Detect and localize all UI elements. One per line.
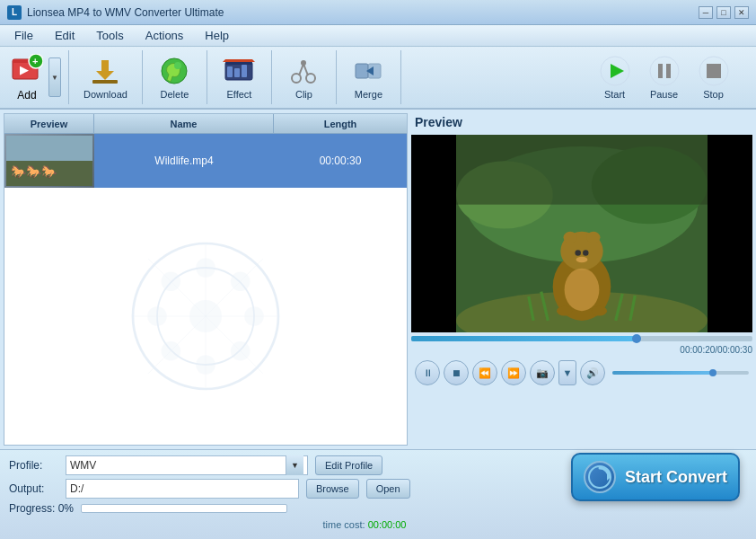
close-button[interactable]: ✕ [734, 6, 749, 19]
col-header-preview: Preview [4, 114, 94, 133]
toolbar: ▶ + Add ▼ Download [0, 47, 756, 110]
stop-button[interactable]: Stop [689, 51, 738, 103]
stop-icon [698, 55, 730, 87]
start-playback-button[interactable]: Start [590, 51, 639, 103]
start-convert-button[interactable]: Start Convert [571, 453, 740, 501]
svg-rect-30 [707, 64, 721, 78]
time-cost-label: time cost: [323, 519, 365, 530]
svg-rect-27 [658, 64, 663, 78]
add-button[interactable]: ▶ + Add [7, 50, 47, 105]
vc-rewind-button[interactable]: ⏪ [472, 360, 497, 385]
merge-button[interactable]: Merge [344, 51, 393, 103]
svg-text:+: + [32, 56, 38, 66]
vc-camera-button[interactable]: 📷 [530, 360, 555, 385]
svg-point-9 [174, 62, 181, 69]
window-title: Lionsea MP4 to WMV Converter Ultimate [27, 6, 699, 19]
svg-point-61 [583, 250, 588, 255]
menu-file[interactable]: File [4, 27, 44, 44]
progress-row: Progress: 0% [9, 502, 747, 515]
effect-button[interactable]: Effect [215, 51, 264, 103]
svg-text:▶: ▶ [20, 64, 29, 76]
toolbar-effect-group: Effect [215, 50, 272, 104]
svg-marker-7 [96, 71, 114, 80]
svg-rect-5 [92, 80, 118, 84]
profile-value: WMV [70, 459, 96, 472]
svg-line-19 [303, 64, 308, 75]
toolbar-add-group: ▶ + Add ▼ [7, 50, 69, 104]
time-cost-value: 00:00:00 [368, 519, 407, 530]
delete-button[interactable]: Delete [150, 51, 199, 103]
menu-actions[interactable]: Actions [135, 27, 195, 44]
add-label: Add [17, 89, 36, 102]
svg-marker-15 [223, 59, 255, 62]
download-button[interactable]: Download [76, 51, 135, 103]
volume-thumb [709, 369, 716, 376]
minimize-button[interactable]: ─ [699, 6, 713, 19]
file-list-header: Preview Name Length [4, 114, 407, 134]
svg-line-18 [299, 64, 303, 75]
vc-forward-button[interactable]: ⏩ [501, 360, 526, 385]
video-black-right [708, 135, 752, 332]
maximize-button[interactable]: □ [716, 6, 731, 19]
toolbar-download-group: Download [76, 50, 143, 104]
open-button[interactable]: Open [366, 479, 410, 499]
menu-tools[interactable]: Tools [85, 27, 134, 44]
progress-bar [81, 504, 287, 513]
start-label: Start [604, 89, 625, 100]
play-icon [599, 55, 631, 87]
watermark [4, 188, 407, 445]
table-row[interactable]: 🐎🐎🐎 Wildlife.mp4 00:00:30 [4, 134, 407, 188]
toolbar-delete-group: Delete [150, 50, 207, 104]
svg-rect-6 [101, 60, 109, 73]
file-name: Wildlife.mp4 [94, 155, 274, 167]
svg-point-20 [301, 60, 306, 66]
svg-point-59 [586, 232, 600, 243]
menu-edit[interactable]: Edit [44, 27, 85, 44]
profile-select[interactable]: WMV ▼ [66, 455, 308, 475]
vc-volume-button[interactable]: 🔊 [580, 360, 605, 385]
file-list-panel: Preview Name Length 🐎🐎🐎 Wildlife.mp4 00:… [4, 113, 408, 446]
svg-rect-54 [456, 135, 708, 205]
vc-stop-button[interactable]: ⏹ [444, 360, 469, 385]
svg-point-63 [565, 269, 600, 311]
svg-point-64 [557, 306, 572, 316]
svg-point-60 [575, 250, 580, 255]
svg-marker-25 [611, 64, 624, 78]
svg-rect-21 [356, 64, 368, 78]
merge-label: Merge [355, 89, 382, 100]
file-length: 00:00:30 [274, 155, 407, 167]
merge-icon [352, 55, 384, 87]
edit-profile-button[interactable]: Edit Profile [315, 455, 382, 475]
video-progress-bar[interactable] [411, 336, 752, 341]
svg-rect-28 [666, 64, 671, 78]
download-icon [89, 55, 121, 87]
add-icon: ▶ + [11, 54, 43, 89]
video-black-left [411, 135, 456, 332]
output-field[interactable]: D:/ [66, 479, 299, 499]
pause-button[interactable]: Pause [639, 51, 689, 103]
vc-dropdown-button[interactable]: ▼ [558, 360, 576, 385]
add-dropdown-arrow[interactable]: ▼ [48, 57, 61, 97]
vc-pause-button[interactable]: ⏸ [415, 360, 440, 385]
delete-icon [158, 55, 190, 87]
add-btn-wrap: ▶ + Add ▼ [7, 50, 61, 105]
svg-text:🐎🐎🐎: 🐎🐎🐎 [11, 164, 57, 180]
video-preview [411, 135, 752, 332]
volume-slider[interactable] [612, 371, 749, 375]
delete-label: Delete [161, 89, 189, 100]
titlebar: L Lionsea MP4 to WMV Converter Ultimate … [0, 0, 756, 25]
clip-icon [287, 55, 320, 87]
profile-label: Profile: [9, 459, 58, 472]
menubar: File Edit Tools Actions Help [0, 25, 756, 47]
browse-button[interactable]: Browse [306, 479, 359, 499]
video-progress-fill [411, 336, 637, 341]
svg-rect-14 [242, 65, 247, 77]
output-value: D:/ [70, 482, 84, 495]
preview-panel: Preview [411, 113, 752, 446]
profile-dropdown-arrow[interactable]: ▼ [286, 455, 303, 475]
clip-button[interactable]: Clip [279, 51, 329, 103]
menu-help[interactable]: Help [194, 27, 240, 44]
video-content [411, 135, 752, 332]
window-controls: ─ □ ✕ [699, 6, 749, 19]
start-convert-label: Start Convert [625, 468, 727, 487]
